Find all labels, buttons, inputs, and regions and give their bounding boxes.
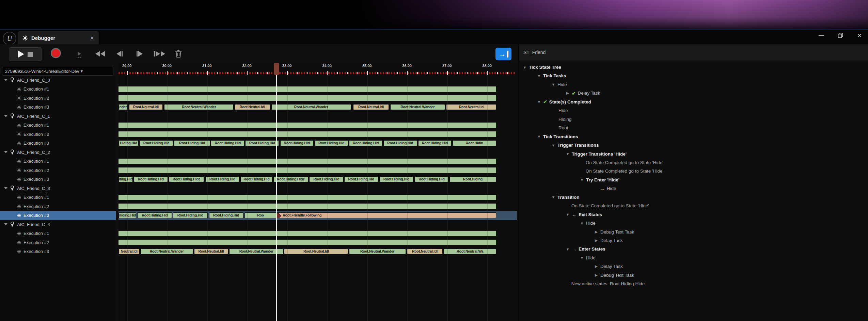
- step-back-icon[interactable]: [114, 47, 125, 60]
- timeline-row[interactable]: [119, 229, 518, 238]
- chevron-down-icon[interactable]: ▼: [566, 212, 570, 216]
- timeline-row[interactable]: ding.HidRoot.Hiding.HidRoot.Hiding.HideR…: [119, 175, 518, 184]
- active-state-bar[interactable]: [119, 131, 496, 137]
- state-segment[interactable]: Root.Neutral.Idl: [407, 248, 443, 254]
- state-segment[interactable]: Hiding.Hid: [119, 140, 139, 146]
- state-segment[interactable]: Root.Hiding.Hid: [140, 140, 173, 146]
- close-button[interactable]: ✕: [856, 32, 863, 39]
- state-segment[interactable]: Root.Neutral.Idl: [353, 104, 389, 110]
- state-segment[interactable]: Root.Friendly.Following: [277, 212, 496, 218]
- state-segment[interactable]: Neutral.Idl: [119, 248, 140, 254]
- playhead-marker[interactable]: [274, 63, 279, 75]
- state-segment[interactable]: Root.Hiding.Hid: [245, 140, 279, 146]
- chevron-right-icon[interactable]: ▶: [594, 273, 598, 277]
- timeline-row[interactable]: [119, 94, 518, 102]
- active-state-bar[interactable]: [119, 123, 496, 128]
- statetree-row[interactable]: ▼Trigger Transitions 'Hide': [566, 150, 627, 158]
- state-segment[interactable]: Root.Neutral.Wander: [390, 104, 445, 110]
- statetree-row[interactable]: ▼Hide: [580, 254, 596, 262]
- state-segment[interactable]: Root.Hiding.Hid: [344, 176, 378, 182]
- chevron-down-icon[interactable]: [4, 79, 7, 81]
- chevron-right-icon[interactable]: ▶: [594, 264, 598, 269]
- chevron-down-icon[interactable]: ▼: [551, 82, 555, 86]
- active-state-bar[interactable]: [119, 195, 496, 200]
- state-segment[interactable]: Root.Hiding.Hid: [211, 140, 244, 146]
- statetree-row[interactable]: ▶✔Delay Task: [566, 89, 600, 97]
- sidebar-item-execution[interactable]: Execution #2: [0, 94, 116, 102]
- state-segment[interactable]: Root.Hiding.Hid: [418, 140, 452, 146]
- state-segment[interactable]: Root.Neutral.Idl: [284, 248, 348, 254]
- state-segment[interactable]: Root.Hiding.Hid: [315, 140, 348, 146]
- state-segment[interactable]: Root.Hiding.Hid: [209, 212, 243, 218]
- play-icon[interactable]: [18, 50, 24, 58]
- chevron-down-icon[interactable]: ▼: [566, 152, 570, 156]
- timeline-panel[interactable]: 29.0030.0031.0032.0033.0034.0035.0036.00…: [119, 63, 518, 321]
- state-segment[interactable]: Root.Neutral.Id: [446, 104, 496, 110]
- sidebar-item-execution[interactable]: Execution #1: [0, 193, 116, 202]
- state-segment[interactable]: Root.Hiding.Hid: [280, 140, 314, 146]
- active-state-bar[interactable]: [119, 95, 496, 101]
- chevron-down-icon[interactable]: [4, 151, 7, 153]
- state-segment[interactable]: Root.Neutral.Wander: [271, 104, 351, 110]
- chevron-down-icon[interactable]: ▼: [551, 143, 555, 147]
- statetree-row[interactable]: ▼Tick Tasks: [537, 71, 566, 80]
- timeline-row[interactable]: [119, 238, 518, 247]
- statetree-row[interactable]: ▶Debug Text Task: [594, 228, 634, 236]
- chevron-down-icon[interactable]: [4, 187, 7, 189]
- state-segment[interactable]: Root.Hiding.Hid: [173, 212, 208, 218]
- state-segment[interactable]: Roo: [244, 212, 277, 218]
- statetree-row[interactable]: ▼←Exit States: [566, 210, 602, 219]
- sidebar-item-actor[interactable]: AIC_Friend_C_3: [0, 184, 116, 193]
- sidebar-item-actor[interactable]: AIC_Friend_C_1: [0, 112, 116, 121]
- state-segment[interactable]: Root.Neutral.Wander: [349, 248, 406, 254]
- statetree-row[interactable]: ▼Try Enter 'Hide': [580, 176, 619, 184]
- sidebar-item-execution[interactable]: Execution #1: [0, 157, 116, 166]
- state-segment[interactable]: Root.Neutral.Idl: [129, 104, 163, 110]
- session-dropdown[interactable]: 2759693516-Win64-UnrealEditor-Dev ▼: [2, 67, 113, 76]
- statetree-row[interactable]: ▼→Enter States: [566, 245, 605, 253]
- restore-button[interactable]: [837, 32, 844, 39]
- sidebar-item-execution[interactable]: Execution #1: [0, 229, 116, 238]
- chevron-down-icon[interactable]: ▼: [551, 195, 555, 199]
- timeline-row[interactable]: [119, 157, 518, 166]
- timeline-row[interactable]: Hiding.HidRoot.Hiding.HidRoot.Hiding.Hid…: [119, 211, 518, 220]
- chevron-down-icon[interactable]: ▼: [537, 134, 541, 139]
- next-frame-icon[interactable]: [153, 47, 166, 60]
- timeline-row[interactable]: Hiding.HidRoot.Hiding.HidRoot.Hiding.Hid…: [119, 139, 518, 148]
- sidebar-item-actor[interactable]: AIC_Friend_C_4: [0, 220, 116, 229]
- active-state-bar[interactable]: [119, 231, 496, 236]
- statetree-row[interactable]: ▶Delay Task: [594, 236, 623, 245]
- go-to-end-button[interactable]: →: [495, 48, 511, 60]
- active-state-bar[interactable]: [119, 86, 496, 92]
- sidebar-item-execution[interactable]: Execution #1: [0, 121, 116, 130]
- sidebar-item-execution[interactable]: Execution #3: [0, 247, 116, 256]
- chevron-down-icon[interactable]: ▼: [537, 74, 541, 78]
- sidebar-item-execution[interactable]: Execution #3: [0, 103, 116, 112]
- statetree-row[interactable]: ▶Debug Text Task: [594, 271, 634, 279]
- chevron-down-icon[interactable]: ▼: [566, 247, 570, 251]
- chevron-down-icon[interactable]: ▼: [523, 65, 527, 69]
- timeline-row[interactable]: [119, 121, 518, 130]
- sidebar-item-actor[interactable]: AIC_Friend_C_2: [0, 148, 116, 157]
- state-segment[interactable]: ding.Hid: [119, 176, 133, 182]
- step-forward-icon[interactable]: [135, 47, 145, 60]
- tab-close-icon[interactable]: ✕: [90, 35, 94, 41]
- active-state-bar[interactable]: [119, 240, 496, 245]
- chevron-down-icon[interactable]: ▼: [580, 221, 584, 225]
- tab-debugger[interactable]: Debugger ✕: [18, 31, 99, 45]
- event-diamond-icon[interactable]: [277, 212, 281, 218]
- timeline-row[interactable]: [119, 85, 518, 94]
- state-segment[interactable]: Root.Neutral.Wa: [444, 248, 496, 254]
- timeline-row[interactable]: [119, 202, 518, 211]
- timeline-row[interactable]: nderRoot.Neutral.IdlRoot.Neutral.WanderR…: [119, 103, 518, 112]
- statetree-row[interactable]: ▼✔State(s) Completed: [537, 98, 591, 106]
- previous-frame-icon[interactable]: [94, 47, 106, 60]
- statetree-row[interactable]: ▶Delay Task: [594, 262, 623, 271]
- active-state-bar[interactable]: [119, 159, 496, 164]
- timeline-row[interactable]: [119, 193, 518, 202]
- chevron-down-icon[interactable]: [4, 115, 7, 117]
- state-segment[interactable]: Root.Neutral.Wander: [229, 248, 283, 254]
- chevron-down-icon[interactable]: ▼: [537, 100, 541, 104]
- state-segment[interactable]: Root.Hiding.Hid: [383, 140, 417, 146]
- chevron-down-icon[interactable]: ▼: [580, 178, 584, 182]
